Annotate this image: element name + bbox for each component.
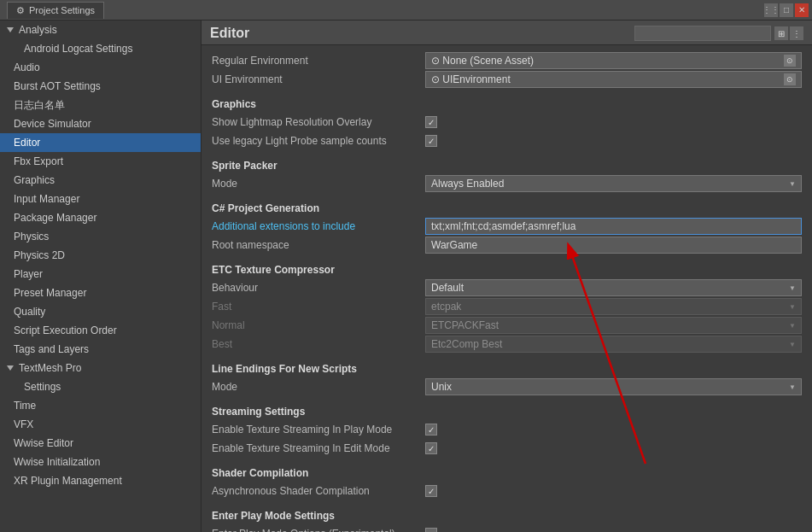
streaming-play-checkbox[interactable] [425, 424, 437, 436]
maximize-button[interactable]: □ [780, 3, 793, 17]
sidebar-item-vfx[interactable]: VFX [0, 415, 201, 434]
expand-textmesh-icon [7, 365, 14, 371]
use-legacy-label: Use legacy Light Probe sample counts [212, 135, 425, 147]
play-mode-header: Enter Play Mode Settings [212, 510, 802, 522]
sidebar-item-tags-and-layers[interactable]: Tags and Layers [0, 340, 201, 359]
ui-env-field[interactable]: ⊙ UIEnvironment ⊙ [425, 71, 802, 88]
additional-ext-value [425, 218, 802, 235]
sidebar-item-wwise-editor[interactable]: Wwise Editor [0, 434, 201, 453]
ui-env-value: ⊙ UIEnvironment ⊙ [425, 71, 802, 88]
line-endings-header: Line Endings For New Scripts [212, 363, 802, 375]
sidebar-item-device-simulator[interactable]: Device Simulator [0, 114, 201, 133]
etc-normal-value: ETCPACKFast ▼ [425, 317, 802, 334]
line-endings-mode-row: Mode Unix ▼ [212, 378, 802, 395]
etc-best-value: Etc2Comp Best ▼ [425, 336, 802, 353]
sidebar-item-audio[interactable]: Audio [0, 58, 201, 77]
regular-env-field[interactable]: ⊙ None (Scene Asset) ⊙ [425, 52, 802, 69]
sidebar-item-physics[interactable]: Physics [0, 227, 201, 246]
editor-title: Editor [210, 26, 249, 41]
streaming-edit-value [425, 442, 802, 454]
project-icon: ⚙ [16, 5, 25, 16]
sidebar-item-physics-2d[interactable]: Physics 2D [0, 246, 201, 265]
sidebar-item-textmesh[interactable]: TextMesh Pro [0, 359, 201, 377]
etc-best-arrow: ▼ [789, 341, 796, 348]
etc-normal-dropdown[interactable]: ETCPACKFast ▼ [425, 317, 802, 334]
sidebar-item-wwise-init[interactable]: Wwise Initialization [0, 453, 201, 471]
regular-env-picker[interactable]: ⊙ [784, 55, 796, 67]
sprite-mode-dropdown[interactable]: Always Enabled ▼ [425, 175, 802, 192]
window-controls: ⋮⋮ □ ✕ [764, 3, 809, 17]
sprite-mode-value: Always Enabled ▼ [425, 175, 802, 192]
content-scroll: Regular Environment ⊙ None (Scene Asset)… [202, 45, 812, 532]
regular-env-value: ⊙ None (Scene Asset) ⊙ [425, 52, 802, 69]
show-lightmap-value [425, 116, 802, 128]
show-lightmap-checkbox[interactable] [425, 116, 437, 128]
additional-ext-input[interactable] [425, 218, 802, 235]
streaming-edit-row: Enable Texture Streaming In Edit Mode [212, 440, 802, 457]
etc-fast-row: Fast etcpak ▼ [212, 298, 802, 315]
sidebar-item-player[interactable]: Player [0, 265, 201, 284]
header-actions: ⊞ ⋮ [634, 26, 803, 41]
use-legacy-checkbox[interactable] [425, 135, 437, 147]
tab-title: Project Settings [29, 5, 95, 15]
etc-behaviour-arrow: ▼ [789, 284, 796, 292]
main-layout: Analysis Android Logcat Settings Audio B… [0, 20, 812, 532]
sidebar-item-input-manager[interactable]: Input Manager [0, 190, 201, 208]
menu-icon[interactable]: ⋮ [790, 26, 803, 40]
expand-icon [7, 27, 14, 32]
streaming-header: Streaming Settings [212, 406, 802, 418]
sidebar-item-package-manager[interactable]: Package Manager [0, 208, 201, 227]
etc-header: ETC Texture Compressor [212, 264, 802, 276]
sidebar-item-script-execution[interactable]: Script Execution Order [0, 321, 201, 340]
ui-env-picker[interactable]: ⊙ [784, 73, 796, 85]
async-shader-checkbox[interactable] [425, 485, 437, 497]
title-tab[interactable]: ⚙ Project Settings [7, 2, 104, 19]
streaming-edit-checkbox[interactable] [425, 442, 437, 454]
layout-icon[interactable]: ⊞ [774, 26, 788, 40]
sidebar-item-burst[interactable]: Burst AOT Settings [0, 77, 201, 96]
sidebar-item-android-logcat[interactable]: Android Logcat Settings [0, 39, 201, 58]
sidebar-item-preset-manager[interactable]: Preset Manager [0, 284, 201, 302]
root-namespace-display[interactable]: WarGame [425, 237, 802, 254]
search-input[interactable] [634, 26, 771, 41]
line-endings-mode-label: Mode [212, 381, 425, 393]
sidebar-item-graphics[interactable]: Graphics [0, 171, 201, 190]
etc-fast-label: Fast [212, 301, 425, 313]
show-lightmap-row: Show Lightmap Resolution Overlay [212, 114, 802, 131]
etc-normal-arrow: ▼ [789, 322, 796, 330]
line-endings-mode-dropdown[interactable]: Unix ▼ [425, 378, 802, 395]
sidebar-item-textmesh-settings[interactable]: Settings [0, 377, 201, 396]
sidebar-item-quality[interactable]: Quality [0, 302, 201, 321]
content-wrapper: Regular Environment ⊙ None (Scene Asset)… [202, 45, 812, 532]
line-endings-arrow: ▼ [789, 383, 796, 391]
root-namespace-row: Root namespace WarGame [212, 237, 802, 254]
etc-fast-value: etcpak ▼ [425, 298, 802, 315]
ui-env-row: UI Environment ⊙ UIEnvironment ⊙ [212, 71, 802, 88]
additional-ext-row: Additional extensions to include [212, 218, 802, 235]
sidebar-item-fbx-export[interactable]: Fbx Export [0, 152, 201, 171]
use-legacy-row: Use legacy Light Probe sample counts [212, 132, 802, 149]
sidebar-item-xr-plugin[interactable]: XR Plugin Management [0, 471, 201, 490]
sidebar-item-time[interactable]: Time [0, 396, 201, 415]
sprite-mode-arrow: ▼ [789, 180, 796, 188]
title-bar: ⚙ Project Settings ⋮⋮ □ ✕ [0, 0, 812, 20]
streaming-play-row: Enable Texture Streaming In Play Mode [212, 421, 802, 438]
root-namespace-value: WarGame [425, 237, 802, 254]
sidebar-item-analysis[interactable]: Analysis [0, 20, 201, 39]
etc-fast-dropdown[interactable]: etcpak ▼ [425, 298, 802, 315]
async-shader-row: Asynchronous Shader Compilation [212, 482, 802, 500]
more-options-button[interactable]: ⋮⋮ [764, 3, 778, 17]
etc-best-dropdown[interactable]: Etc2Comp Best ▼ [425, 336, 802, 353]
play-mode-options-label: Enter Play Mode Options (Experimental) [212, 528, 425, 532]
streaming-play-value [425, 424, 802, 436]
sidebar-item-editor[interactable]: Editor [0, 133, 201, 152]
sprite-mode-row: Mode Always Enabled ▼ [212, 175, 802, 192]
sidebar-item-log-whitelist[interactable]: 日志白名单 [0, 96, 201, 114]
close-button[interactable]: ✕ [795, 3, 809, 17]
graphics-section-header: Graphics [212, 98, 802, 110]
etc-fast-arrow: ▼ [789, 303, 796, 311]
etc-behaviour-dropdown[interactable]: Default ▼ [425, 279, 802, 296]
regular-env-row: Regular Environment ⊙ None (Scene Asset)… [212, 52, 802, 69]
line-endings-mode-value: Unix ▼ [425, 378, 802, 395]
play-mode-options-checkbox[interactable] [425, 528, 437, 532]
